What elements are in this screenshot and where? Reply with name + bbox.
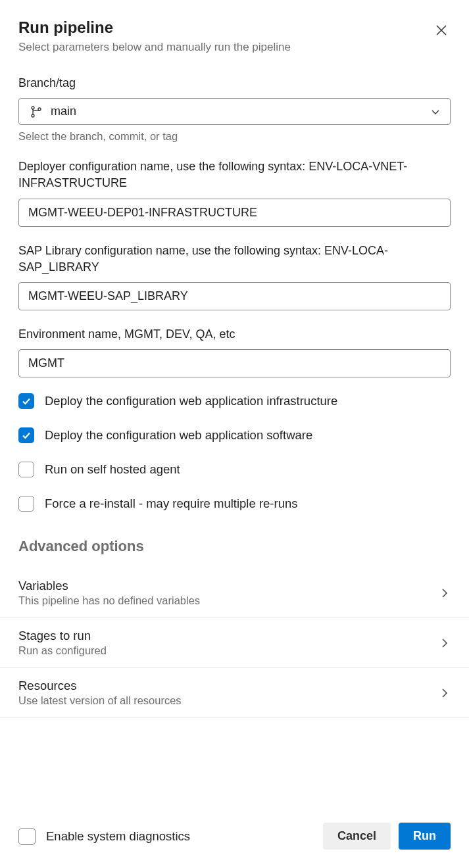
nav-variables[interactable]: Variables This pipeline has no defined v…: [0, 568, 469, 618]
checkbox-label: Force a re-install - may require multipl…: [45, 496, 298, 511]
nav-resources[interactable]: Resources Use latest version of all reso…: [0, 668, 469, 718]
checkbox-system-diagnostics[interactable]: Enable system diagnostics: [18, 828, 190, 845]
deployer-label: Deployer configuration name, use the fol…: [18, 158, 451, 191]
environment-input[interactable]: [18, 349, 451, 377]
library-input[interactable]: [18, 282, 451, 310]
panel-title: Run pipeline: [18, 18, 291, 37]
library-label: SAP Library configuration name, use the …: [18, 243, 451, 276]
advanced-options-heading: Advanced options: [18, 538, 451, 555]
checkbox-icon: [18, 462, 34, 477]
run-button[interactable]: Run: [399, 823, 451, 850]
cancel-button[interactable]: Cancel: [323, 823, 391, 850]
checkbox-label: Deploy the configuration web application…: [45, 394, 337, 408]
checkbox-icon: [18, 496, 34, 512]
chevron-right-icon: [439, 637, 451, 649]
branch-select[interactable]: main: [18, 98, 451, 125]
svg-point-2: [38, 108, 41, 110]
checkbox-force-reinstall[interactable]: Force a re-install - may require multipl…: [18, 496, 451, 512]
nav-title: Stages to run: [18, 629, 107, 643]
close-icon: [435, 24, 448, 37]
nav-sub: This pipeline has no defined variables: [18, 594, 200, 607]
branch-helper: Select the branch, commit, or tag: [18, 130, 451, 143]
checkbox-deploy-software[interactable]: Deploy the configuration web application…: [18, 427, 451, 443]
checkbox-label: Enable system diagnostics: [46, 829, 190, 844]
branch-value: main: [51, 105, 76, 118]
close-button[interactable]: [432, 21, 451, 42]
nav-title: Variables: [18, 579, 200, 593]
chevron-down-icon: [430, 107, 441, 117]
panel-subtitle: Select parameters below and manually run…: [18, 41, 291, 54]
checkbox-label: Deploy the configuration web application…: [45, 428, 312, 443]
chevron-right-icon: [439, 587, 451, 599]
nav-sub: Use latest version of all resources: [18, 694, 182, 707]
branch-label: Branch/tag: [18, 75, 451, 91]
chevron-right-icon: [439, 687, 451, 699]
checkbox-icon: [18, 393, 34, 409]
checkbox-label: Run on self hosted agent: [45, 462, 180, 477]
checkbox-icon: [18, 828, 36, 845]
nav-title: Resources: [18, 679, 182, 693]
environment-label: Environment name, MGMT, DEV, QA, etc: [18, 326, 451, 343]
nav-stages[interactable]: Stages to run Run as configured: [0, 618, 469, 668]
checkbox-icon: [18, 427, 34, 443]
svg-point-0: [32, 107, 34, 109]
checkbox-self-hosted[interactable]: Run on self hosted agent: [18, 462, 451, 477]
branch-icon: [30, 105, 43, 118]
deployer-input[interactable]: [18, 199, 451, 227]
svg-point-1: [32, 114, 34, 117]
checkbox-deploy-infra[interactable]: Deploy the configuration web application…: [18, 393, 451, 409]
nav-sub: Run as configured: [18, 644, 107, 657]
